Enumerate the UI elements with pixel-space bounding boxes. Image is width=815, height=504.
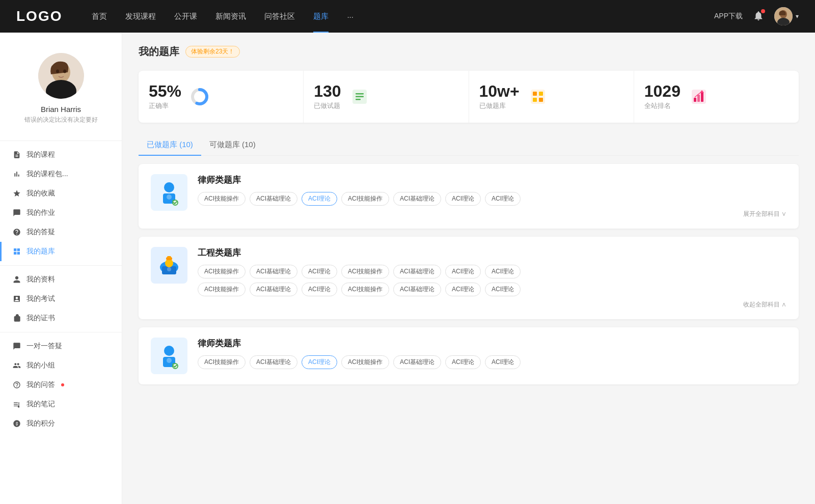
nav-qa[interactable]: 问答社区: [255, 0, 304, 33]
tag-item[interactable]: ACI基础理论: [393, 355, 441, 369]
sidebar-label: 我的答疑: [26, 228, 55, 237]
user-avatar-menu[interactable]: ▾: [774, 7, 799, 25]
notification-bell[interactable]: [753, 10, 764, 23]
sidebar-item-certificate[interactable]: 我的证书: [0, 309, 122, 328]
tag-item[interactable]: ACI基础理论: [250, 192, 297, 206]
extra-tags-row: ACI技能操作 ACI基础理论 ACI理论 ACI技能操作 ACI基础理论 AC…: [198, 283, 786, 296]
sidebar-label: 我的资料: [26, 275, 55, 284]
sidebar-item-homework[interactable]: 我的作业: [0, 203, 122, 222]
page-wrapper: Brian Harris 错误的决定比没有决定要好 我的课程 我的课程包... …: [0, 33, 815, 504]
bank-info: 律师类题库 ACI技能操作 ACI基础理论 ACI理论 ACI技能操作 ACI基…: [198, 338, 786, 369]
note-icon: [12, 400, 21, 409]
tag-item[interactable]: ACI理论: [485, 192, 521, 206]
nav-home[interactable]: 首页: [83, 0, 116, 33]
tag-item[interactable]: ACI理论: [485, 265, 521, 278]
nav-more[interactable]: ···: [338, 0, 363, 33]
bank-icon-engineer: [151, 247, 187, 284]
tag-item[interactable]: ACI理论: [302, 265, 337, 278]
star-icon: [12, 189, 21, 198]
tag-item[interactable]: ACI技能操作: [341, 192, 389, 206]
tags-row-3: ACI技能操作 ACI基础理论 ACI理论 ACI技能操作 ACI基础理论 AC…: [198, 355, 786, 369]
tag-item[interactable]: ACI理论: [445, 192, 481, 206]
sidebar-item-tutoring[interactable]: 一对一答疑: [0, 337, 122, 356]
bank-name: 律师类题库: [198, 174, 786, 186]
nav-question-bank[interactable]: 题库: [304, 0, 338, 33]
avatar: [774, 7, 793, 25]
sidebar-label: 我的问答: [26, 380, 55, 389]
sidebar-item-my-course[interactable]: 我的课程: [0, 145, 122, 164]
sidebar-item-group[interactable]: 我的小组: [0, 356, 122, 375]
tab-available-banks[interactable]: 可做题库 (10): [201, 135, 264, 156]
logo[interactable]: LOGO: [16, 8, 62, 24]
svg-point-36: [167, 358, 172, 363]
tag-item[interactable]: ACI基础理论: [393, 192, 441, 206]
tag-item[interactable]: ACI理论: [445, 283, 481, 296]
tag-item[interactable]: ACI基础理论: [393, 283, 441, 296]
navbar: LOGO 首页 发现课程 公开课 新闻资讯 问答社区 题库 ··· APP下载 …: [0, 0, 815, 33]
donut-chart-icon: [189, 87, 210, 107]
sidebar-item-question-bank[interactable]: 我的题库: [0, 242, 122, 261]
sidebar-item-qa[interactable]: 我的答疑: [0, 222, 122, 242]
stat-value: 1029: [644, 83, 681, 99]
tag-item[interactable]: ACI基础理论: [250, 355, 297, 369]
tag-item[interactable]: ACI理论: [445, 355, 481, 369]
question-icon: [12, 228, 21, 237]
notification-dot: [761, 9, 765, 13]
svg-rect-21: [697, 95, 700, 102]
tags-row-1: ACI技能操作 ACI基础理论 ACI理论 ACI技能操作 ACI基础理论 AC…: [198, 192, 786, 206]
page-title: 我的题库: [139, 45, 179, 59]
tag-item-active[interactable]: ACI理论: [302, 355, 337, 369]
sidebar-label: 我的积分: [26, 419, 55, 428]
tag-item[interactable]: ACI基础理论: [250, 265, 297, 278]
tag-item[interactable]: ACI技能操作: [341, 265, 389, 278]
sidebar-item-collection[interactable]: 我的收藏: [0, 184, 122, 203]
sidebar-item-profile[interactable]: 我的资料: [0, 270, 122, 289]
app-download-link[interactable]: APP下载: [714, 12, 743, 21]
sidebar-item-course-package[interactable]: 我的课程包...: [0, 164, 122, 184]
svg-rect-32: [167, 256, 171, 258]
tag-item[interactable]: ACI理论: [445, 265, 481, 278]
collapse-link[interactable]: 收起全部科目 ∧: [198, 300, 786, 309]
main-content: 我的题库 体验剩余23天！ 55% 正确率: [122, 33, 815, 504]
nav-discover[interactable]: 发现课程: [116, 0, 165, 33]
group-icon: [12, 361, 21, 370]
cert-icon: [12, 314, 21, 323]
nav-open-course[interactable]: 公开课: [165, 0, 206, 33]
tag-item[interactable]: ACI技能操作: [198, 283, 246, 296]
bank-icon-lawyer: [151, 174, 187, 211]
sidebar-label: 我的考试: [26, 294, 55, 303]
tag-item[interactable]: ACI理论: [485, 355, 521, 369]
sidebar-item-notes[interactable]: 我的笔记: [0, 395, 122, 414]
bank-name: 律师类题库: [198, 338, 786, 349]
trial-badge: 体验剩余23天！: [185, 46, 240, 58]
tab-done-banks[interactable]: 已做题库 (10): [139, 135, 201, 156]
tag-item[interactable]: ACI技能操作: [198, 265, 246, 278]
nav-news[interactable]: 新闻资讯: [206, 0, 255, 33]
sidebar-item-exam[interactable]: 我的考试: [0, 289, 122, 309]
sidebar-divider-3: [0, 332, 122, 332]
profile-section: Brian Harris 错误的决定比没有决定要好: [0, 45, 122, 136]
svg-rect-15: [533, 92, 537, 96]
tag-item[interactable]: ACI理论: [485, 283, 521, 296]
profile-motto: 错误的决定比没有决定要好: [24, 116, 98, 124]
sidebar-item-points[interactable]: 我的积分: [0, 414, 122, 433]
tag-item[interactable]: ACI技能操作: [341, 283, 389, 296]
qa-icon: [12, 380, 21, 389]
expand-link[interactable]: 展开全部科目 ∨: [198, 210, 786, 218]
tag-item[interactable]: ACI技能操作: [198, 355, 246, 369]
tag-item[interactable]: ACI基础理论: [393, 265, 441, 278]
tag-item[interactable]: ACI理论: [302, 283, 337, 296]
tag-item[interactable]: ACI基础理论: [250, 283, 297, 296]
svg-rect-16: [539, 92, 543, 96]
stat-value: 55%: [149, 83, 181, 99]
tag-item[interactable]: ACI技能操作: [341, 355, 389, 369]
tag-item[interactable]: ACI技能操作: [198, 192, 246, 206]
sidebar-label: 我的证书: [26, 314, 55, 323]
homework-icon: [12, 208, 21, 217]
tag-item-active[interactable]: ACI理论: [302, 192, 337, 206]
tabs-bar: 已做题库 (10) 可做题库 (10): [139, 135, 799, 156]
sidebar-item-my-qa[interactable]: 我的问答: [0, 375, 122, 395]
bar-chart-icon: [12, 170, 21, 179]
stat-label: 已做题库: [479, 101, 520, 110]
grid-icon: [12, 247, 21, 256]
